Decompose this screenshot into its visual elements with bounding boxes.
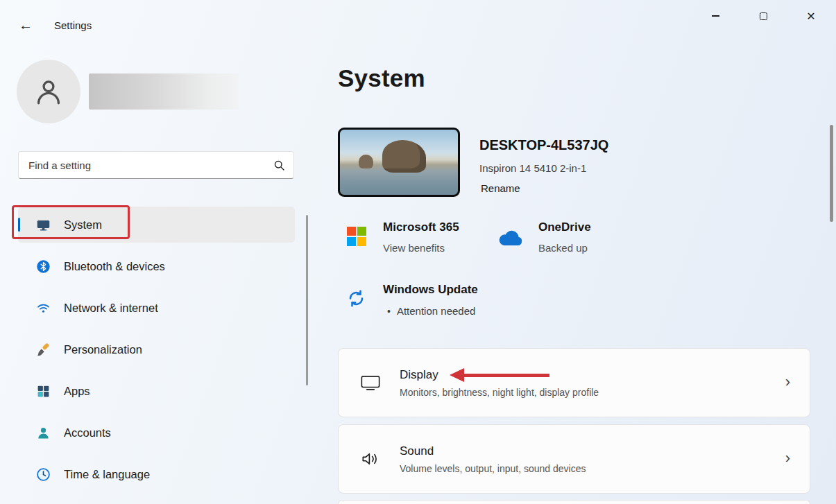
paintbrush-icon [36,342,51,357]
maximize-icon [760,12,767,20]
search-box[interactable] [18,151,294,179]
settings-window: ← Settings ✕ System Bluetooth & devices [0,0,836,504]
page-title: System [338,64,425,92]
system-icon [36,218,51,232]
close-button[interactable]: ✕ [795,4,827,28]
microsoft-365-icon [347,227,366,246]
selection-accent [18,218,20,232]
sidebar-item-label: System [64,218,102,232]
status-text: Attention needed [397,305,475,317]
sidebar-item-time-language[interactable]: Time & language [18,456,295,492]
sidebar-item-personalization[interactable]: Personalization [18,331,295,367]
ms-logo-yellow-square [357,237,366,246]
search-input[interactable] [19,152,293,178]
sidebar-item-label: Accounts [64,426,111,440]
wallpaper-rock [382,140,426,173]
wallpaper-rock-small [359,155,373,169]
sidebar-item-system[interactable]: System [18,207,295,243]
sidebar-nav: System Bluetooth & devices Network & int… [18,207,295,498]
device-model: Inspiron 14 5410 2-in-1 [479,162,586,174]
maximize-button[interactable] [747,4,779,28]
device-name: DESKTOP-4L537JQ [479,137,608,153]
sidebar-item-label: Network & internet [64,302,158,315]
clock-icon [36,467,51,482]
onedrive-subtitle: Backed up [538,242,588,254]
close-icon: ✕ [806,10,815,23]
apps-grid-icon [36,384,51,399]
minimize-icon [712,15,719,17]
sidebar-item-label: Time & language [64,468,150,481]
annotation-red-arrow-shaft [463,374,549,377]
device-wallpaper-thumbnail [338,128,460,197]
onedrive-tile[interactable]: OneDrive [538,220,591,234]
sidebar-item-accounts[interactable]: Accounts [18,415,295,451]
onedrive-cloud-icon [497,229,524,250]
ms-logo-red-square [347,227,356,236]
sidebar-item-label: Personalization [64,343,142,356]
window-title: Settings [54,19,92,31]
ms-logo-blue-square [347,237,356,246]
rename-link[interactable]: Rename [481,182,520,194]
status-bullet: • [387,306,391,317]
display-icon [359,374,382,392]
main-scrollbar-thumb[interactable] [830,125,833,222]
windows-update-tile[interactable]: Windows Update [383,283,478,297]
annotation-red-arrow-head [450,368,464,382]
card-subtitle: Volume levels, output, input, sound devi… [400,463,586,474]
person-icon [33,76,65,107]
wifi-icon [36,301,51,315]
ms-logo-green-square [357,227,366,236]
sidebar-item-network-internet[interactable]: Network & internet [18,290,295,326]
bluetooth-icon [36,259,51,274]
display-settings-card[interactable]: Display Monitors, brightness, night ligh… [338,348,810,417]
card-subtitle: Monitors, brightness, night light, displ… [400,387,599,398]
sidebar-item-label: Bluetooth & devices [64,260,165,273]
microsoft-365-tile[interactable]: Microsoft 365 [383,220,459,234]
windows-update-status: • Attention needed [387,305,475,317]
minimize-button[interactable] [699,4,731,28]
avatar[interactable] [17,60,80,123]
sidebar-item-label: Apps [64,385,90,398]
chevron-right-icon: › [785,373,790,391]
sidebar-item-bluetooth-devices[interactable]: Bluetooth & devices [18,248,295,284]
search-icon[interactable] [273,159,285,174]
card-title: Sound [400,444,586,458]
speaker-icon [359,450,382,468]
sound-settings-card[interactable]: Sound Volume levels, output, input, soun… [338,424,810,494]
sidebar-item-apps[interactable]: Apps [18,373,295,409]
sidebar-scrollbar-thumb[interactable] [306,215,308,385]
windows-update-icon [346,288,366,311]
user-name-blurred [89,73,239,110]
accounts-person-icon [36,426,51,440]
chevron-right-icon: › [785,449,790,467]
microsoft-365-subtitle: View benefits [383,242,445,254]
back-button[interactable]: ← [14,14,37,36]
partially-visible-card[interactable] [338,500,810,504]
